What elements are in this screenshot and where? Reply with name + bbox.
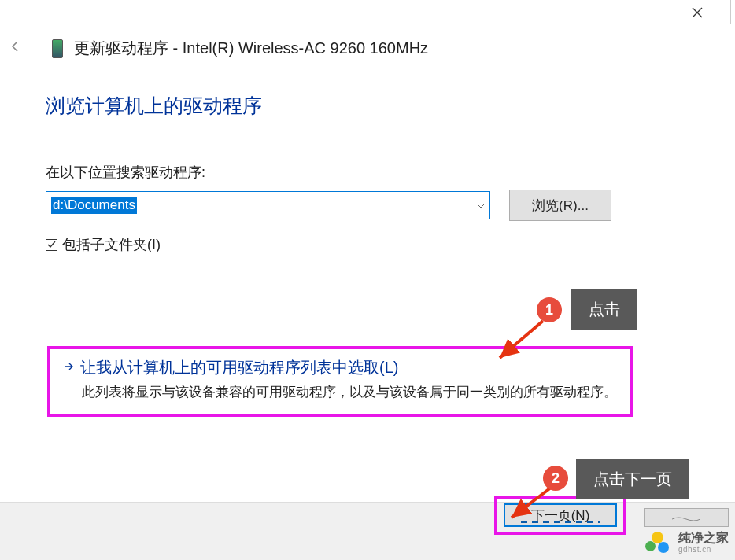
search-location-label: 在以下位置搜索驱动程序:: [46, 163, 711, 182]
path-input-row: d:\Documents 浏览(R)...: [46, 190, 711, 221]
close-button[interactable]: [688, 3, 707, 22]
dialog-window: 更新驱动程序 - Intel(R) Wireless-AC 9260 160MH…: [0, 0, 735, 560]
device-icon: [52, 39, 63, 58]
page-heading: 浏览计算机上的驱动程序: [46, 93, 711, 119]
back-arrow-icon[interactable]: [9, 40, 22, 57]
browse-button[interactable]: 浏览(R)...: [509, 190, 611, 221]
annotation-badge-1: 1: [537, 297, 562, 322]
chevron-down-icon[interactable]: [477, 201, 485, 210]
next-button-underline: [521, 521, 600, 523]
path-value: d:\Documents: [51, 197, 137, 214]
content-area: 浏览计算机上的驱动程序 在以下位置搜索驱动程序: d:\Documents 浏览…: [46, 93, 711, 254]
path-combobox[interactable]: d:\Documents: [46, 191, 490, 219]
include-subfolders-checkbox[interactable]: [46, 239, 57, 251]
include-subfolders-label: 包括子文件夹(I): [62, 235, 161, 254]
cancel-button[interactable]: [644, 508, 729, 527]
annotation-callout-2: 点击下一页: [576, 459, 689, 499]
option-description: 此列表将显示与该设备兼容的可用驱动程序，以及与该设备属于同一类别的所有驱动程序。: [82, 381, 617, 403]
option-title: 让我从计算机上的可用驱动程序列表中选取(L): [80, 357, 398, 378]
pick-from-list-option[interactable]: 让我从计算机上的可用驱动程序列表中选取(L) 此列表将显示与该设备兼容的可用驱动…: [47, 346, 633, 417]
option-title-row: 让我从计算机上的可用驱动程序列表中选取(L): [63, 357, 617, 378]
watermark: 纯净之家 gdhst.cn: [645, 531, 729, 554]
watermark-logo-icon: [645, 532, 672, 554]
right-edge-decoration: [730, 0, 735, 24]
watermark-text: 纯净之家 gdhst.cn: [678, 531, 729, 554]
next-button-label: 下一页(N): [531, 508, 590, 523]
arrow-right-icon: [63, 361, 74, 375]
next-button[interactable]: 下一页(N): [504, 503, 617, 527]
window-title: 更新驱动程序 - Intel(R) Wireless-AC 9260 160MH…: [74, 38, 428, 59]
title-bar: 更新驱动程序 - Intel(R) Wireless-AC 9260 160MH…: [9, 38, 428, 59]
include-subfolders-row[interactable]: 包括子文件夹(I): [46, 235, 711, 254]
next-button-highlight: 下一页(N): [494, 496, 626, 535]
annotation-badge-2: 2: [543, 466, 568, 491]
annotation-callout-1: 点击: [571, 289, 637, 330]
